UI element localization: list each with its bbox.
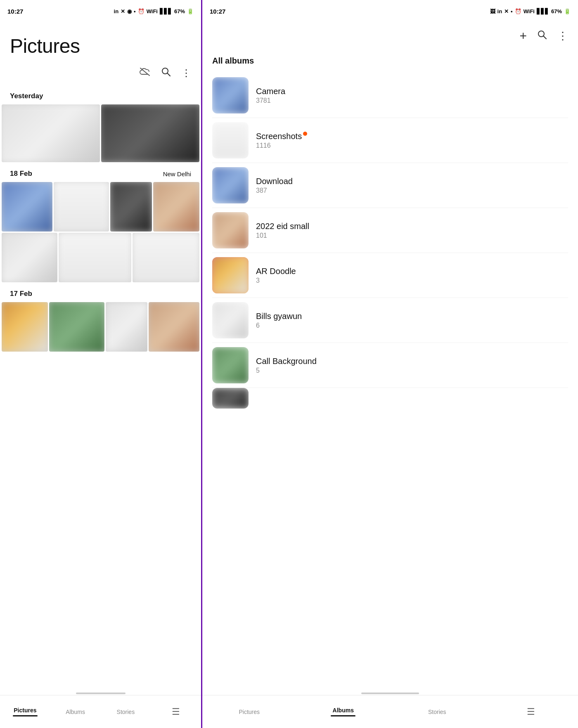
left-tab-albums[interactable]: Albums	[50, 709, 101, 715]
right-tab-stories[interactable]: Stories	[390, 709, 484, 715]
right-tab-albums[interactable]: Albums	[296, 707, 391, 716]
album-thumb-screenshots	[212, 122, 249, 158]
right-more-icon[interactable]: ⋮	[557, 30, 568, 43]
photo-thumb[interactable]	[149, 302, 199, 352]
x-icon: ✕	[121, 8, 125, 14]
right-tab-stories-label: Stories	[428, 709, 446, 715]
yesterday-photos	[0, 104, 201, 162]
photo-thumb[interactable]	[59, 233, 131, 282]
album-item-screenshots[interactable]: Screenshots 1116	[202, 118, 578, 163]
album-item-callbg[interactable]: Call Background 5	[202, 343, 578, 388]
section-yesterday-label: Yesterday	[10, 92, 43, 100]
photo-thumb[interactable]	[2, 182, 52, 232]
left-time: 10:27	[7, 8, 23, 15]
left-search-icon[interactable]	[161, 66, 171, 80]
svg-line-2	[168, 73, 171, 76]
photo-thumb[interactable]	[133, 233, 199, 282]
album-thumb-download	[212, 167, 249, 203]
left-tab-more[interactable]: ☰	[151, 707, 201, 717]
photo-thumb[interactable]	[2, 233, 57, 282]
left-more-icon[interactable]: ⋮	[181, 67, 191, 79]
album-info-bills: Bills gyawun 6	[256, 312, 568, 329]
left-tab-stories[interactable]: Stories	[101, 709, 151, 715]
right-tab-more[interactable]: ☰	[484, 707, 578, 717]
album-item-download[interactable]: Download 387	[202, 163, 578, 208]
right-status-icons: 🖼 in ✕ • ⏰ WiFi ▋▋▋ 67% 🔋	[490, 8, 571, 14]
album-thumb-camera	[212, 77, 249, 113]
album-list: Camera 3781 Screenshots 1116 Dow	[202, 70, 578, 728]
album-count-eid: 101	[256, 232, 568, 239]
album-item-ardoodle[interactable]: AR Doodle 3	[202, 253, 578, 298]
section-18feb-location: New Delhi	[163, 170, 191, 177]
left-battery: 67%	[174, 8, 185, 14]
x-icon-r: ✕	[504, 8, 509, 14]
album-info-ardoodle: AR Doodle 3	[256, 267, 568, 284]
tab-active-indicator	[13, 715, 38, 716]
album-thumb-eid	[212, 212, 249, 248]
photo-thumb[interactable]	[106, 302, 147, 352]
svg-line-4	[544, 36, 547, 39]
section-18feb-header: 18 Feb New Delhi	[0, 162, 201, 182]
album-name-download: Download	[256, 177, 568, 186]
add-icon[interactable]: +	[519, 29, 527, 43]
album-item-eid[interactable]: 2022 eid small 101	[202, 208, 578, 253]
album-name-camera: Camera	[256, 87, 568, 96]
album-info-eid: 2022 eid small 101	[256, 222, 568, 239]
section-18feb-label: 18 Feb	[10, 170, 32, 178]
photo-thumb[interactable]	[2, 302, 48, 352]
wifi-icon: WiFi	[147, 8, 158, 14]
album-thumb-bills	[212, 302, 249, 338]
right-search-icon[interactable]	[537, 29, 547, 43]
album-thumb-callbg	[212, 347, 249, 383]
left-tab-albums-label: Albums	[66, 709, 85, 715]
all-albums-heading: All albums	[202, 50, 578, 70]
section-17feb: 17 Feb	[0, 282, 201, 352]
album-thumb-partial	[212, 388, 249, 409]
album-count-camera: 3781	[256, 97, 568, 104]
feb18-row2	[0, 233, 201, 282]
feb18-row1	[0, 182, 201, 232]
right-header: + ⋮	[202, 22, 578, 50]
section-yesterday: Yesterday	[0, 85, 201, 162]
cloud-off-icon[interactable]	[139, 67, 151, 80]
left-page-title: Pictures	[10, 35, 191, 57]
right-battery: 67%	[551, 8, 562, 14]
signal-icon-r: ▋▋▋	[537, 8, 549, 14]
album-info-download: Download 387	[256, 177, 568, 194]
right-tab-pictures[interactable]: Pictures	[202, 709, 296, 715]
left-bottom-tabs: Pictures Albums Stories ☰	[0, 695, 201, 728]
album-item-camera[interactable]: Camera 3781	[202, 73, 578, 118]
battery-icon: 🔋	[187, 8, 194, 14]
left-scroll-indicator	[76, 693, 126, 694]
album-name-bills: Bills gyawun	[256, 312, 568, 321]
alarm-icon-r: ⏰	[515, 8, 521, 14]
album-count-bills: 6	[256, 322, 568, 329]
photo-thumb[interactable]	[153, 182, 199, 232]
battery-icon-r: 🔋	[564, 8, 571, 14]
left-tab-stories-label: Stories	[117, 709, 135, 715]
photo-thumb[interactable]	[101, 104, 199, 162]
album-info-camera: Camera 3781	[256, 87, 568, 104]
album-count-screenshots: 1116	[256, 142, 568, 149]
left-tab-pictures[interactable]: Pictures	[0, 707, 50, 716]
alarm-icon: ⏰	[138, 8, 144, 14]
album-item-partial[interactable]	[202, 388, 578, 409]
album-count-ardoodle: 3	[256, 277, 568, 284]
left-panel: 10:27 in ✕ ◉ • ⏰ WiFi ▋▋▋ 67% 🔋 Pictures	[0, 0, 202, 728]
photo-thumb[interactable]	[54, 182, 109, 232]
photo-thumb[interactable]	[2, 104, 100, 162]
photo-thumb[interactable]	[49, 302, 104, 352]
album-item-bills[interactable]: Bills gyawun 6	[202, 298, 578, 343]
dot-icon: •	[134, 8, 136, 14]
dot-icon-r: •	[511, 8, 513, 14]
gallery-icon: 🖼	[490, 8, 495, 14]
right-time: 10:27	[210, 8, 225, 15]
section-17feb-label: 17 Feb	[10, 290, 32, 298]
right-scroll-indicator	[361, 693, 419, 694]
left-tab-pictures-label: Pictures	[14, 707, 36, 714]
right-panel: 10:27 🖼 in ✕ • ⏰ WiFi ▋▋▋ 67% 🔋 + ⋮ All …	[202, 0, 578, 728]
album-thumb-ardoodle	[212, 257, 249, 293]
feb17-row	[0, 302, 201, 352]
album-name-ardoodle: AR Doodle	[256, 267, 568, 276]
photo-thumb[interactable]	[110, 182, 152, 232]
